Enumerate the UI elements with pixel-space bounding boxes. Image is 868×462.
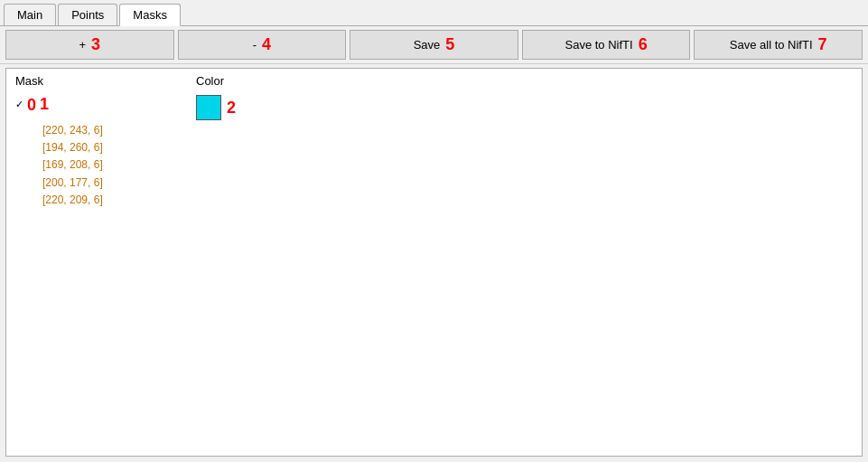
save-nifti-annot: 6 [639, 35, 648, 54]
remove-annot: 4 [262, 35, 271, 54]
add-annot: 3 [91, 35, 100, 54]
col-mask-header: Mask [15, 74, 196, 88]
tab-bar: Main Points Masks [0, 0, 868, 26]
mask-row-0: ✓ 0 1 2 [15, 95, 853, 120]
save-label: Save [414, 38, 441, 52]
mask-annot: 1 [40, 95, 49, 114]
save-nifti-label: Save to NifTI [565, 38, 633, 52]
save-all-button[interactable]: Save all to NifTI 7 [694, 30, 863, 60]
save-nifti-button[interactable]: Save to NifTI 6 [522, 30, 691, 60]
save-all-label: Save all to NifTI [730, 38, 813, 52]
sub-items: [220, 243, 6] [194, 260, 6] [169, 208, 6… [15, 122, 853, 209]
remove-button[interactable]: - 4 [178, 30, 347, 60]
mask-index: 0 [27, 97, 36, 113]
col-color-header: Color [196, 74, 286, 88]
list-item: [220, 209, 6] [42, 192, 853, 209]
tab-masks[interactable]: Masks [119, 4, 181, 26]
color-cell: 2 [196, 95, 286, 120]
add-label: + [79, 38, 86, 52]
content-area: Mask Color ✓ 0 1 2 [220, 243, 6] [194, [5, 68, 863, 457]
list-item: [169, 208, 6] [42, 156, 853, 174]
color-swatch[interactable] [196, 95, 221, 120]
tab-points[interactable]: Points [58, 4, 117, 25]
list-item: [194, 260, 6] [42, 139, 853, 156]
save-button[interactable]: Save 5 [350, 30, 518, 60]
save-all-annot: 7 [818, 35, 827, 54]
remove-label: - [253, 38, 257, 52]
list-item: [200, 177, 6] [42, 174, 853, 192]
mask-label-cell: ✓ 0 1 [15, 95, 196, 114]
tab-main[interactable]: Main [4, 4, 56, 25]
app-container: Main Points Masks + 3 - 4 Save 5 Save to… [0, 0, 868, 462]
color-annot: 2 [227, 99, 236, 118]
table-header: Mask Color [6, 69, 862, 91]
add-button[interactable]: + 3 [5, 30, 174, 60]
save-annot: 5 [445, 35, 454, 54]
chevron-icon[interactable]: ✓ [15, 99, 23, 110]
table-content: ✓ 0 1 2 [220, 243, 6] [194, 260, 6] [169… [6, 91, 862, 456]
list-item: [220, 243, 6] [42, 122, 853, 139]
toolbar: + 3 - 4 Save 5 Save to NifTI 6 Save all [0, 26, 868, 64]
